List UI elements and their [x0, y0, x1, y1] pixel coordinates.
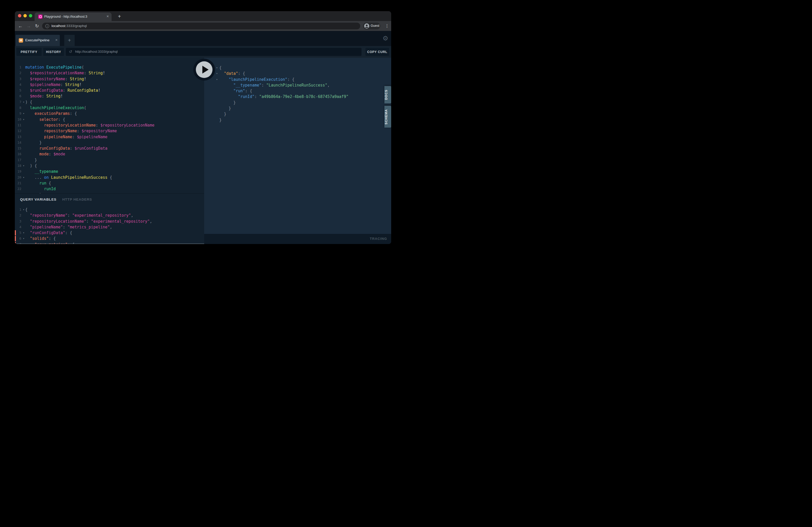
code-line: 1mutation ExecutePipeline(: [15, 64, 204, 70]
query-editor[interactable]: 1mutation ExecutePipeline(2 $repositoryL…: [15, 58, 204, 193]
code-line: }: [204, 100, 391, 106]
fold-arrow-icon[interactable]: ▾: [215, 77, 219, 82]
execute-play-button[interactable]: [196, 61, 213, 78]
reload-icon[interactable]: ↻: [33, 22, 40, 29]
code-text: }: [219, 117, 222, 123]
code-line: 7▾) {: [15, 99, 204, 105]
code-text: "__typename": "LaunchPipelineRunSuccess"…: [219, 82, 330, 88]
code-line: 15 runConfigData: $runConfigData: [15, 146, 204, 151]
address-bar[interactable]: i localhost:3333/graphql: [42, 22, 360, 29]
line-number: 1: [15, 64, 21, 70]
line-number: 10: [15, 117, 21, 122]
playground-new-tab-button[interactable]: +: [64, 35, 75, 46]
line-number: 22: [15, 186, 21, 192]
code-line: ▾{: [204, 65, 391, 71]
code-line: 22 runId: [15, 186, 204, 192]
code-line: 13 pipelineName: $pipelineName: [15, 134, 204, 140]
settings-gear-icon[interactable]: ⚙: [382, 34, 389, 42]
line-number: 7: [15, 99, 21, 105]
code-text: $pipelineName: String!: [25, 82, 82, 88]
new-tab-button[interactable]: +: [116, 13, 123, 20]
traffic-minimize-button[interactable]: [24, 14, 27, 17]
code-text: repositoryName: $repositoryName: [25, 128, 117, 134]
traffic-zoom-button[interactable]: [29, 14, 32, 17]
code-text: ) {: [25, 163, 37, 169]
variables-h-scrollbar[interactable]: [15, 243, 204, 244]
code-line: "run": {: [204, 88, 391, 94]
code-text: $mode: String!: [25, 93, 63, 99]
line-number: 11: [15, 122, 21, 128]
tracing-label[interactable]: TRACING: [370, 237, 387, 241]
line-number: 4: [15, 82, 21, 88]
fold-arrow-icon[interactable]: ▾: [22, 117, 26, 122]
fold-arrow-icon[interactable]: ▾: [22, 207, 26, 213]
code-line: 21 run {: [15, 180, 204, 186]
code-text: {: [219, 65, 222, 71]
variables-editor[interactable]: 1▾{2 "repositoryName": "experimental_rep…: [15, 207, 204, 244]
code-text: executionParams: {: [25, 111, 77, 117]
code-text: pipelineName: $pipelineName: [25, 134, 107, 140]
browser-tab-close-icon[interactable]: ✕: [106, 15, 109, 18]
code-text: "pipelineName": "metrics_pipeline",: [25, 224, 112, 230]
tab-query-variables[interactable]: QUERY VARIABLES: [20, 197, 56, 201]
browser-menu-icon[interactable]: ⋮: [385, 22, 390, 30]
response-pane: ▾{▾ "data": {▾ "launchPipelineExecution"…: [204, 58, 391, 244]
line-number: 2: [15, 70, 21, 76]
endpoint-input[interactable]: ↺ http://localhost:3333/graphql: [66, 48, 362, 56]
tab-schema[interactable]: SCHEMA: [385, 106, 391, 127]
code-line: ▾ "data": {: [204, 71, 391, 76]
traffic-close-button[interactable]: [18, 14, 21, 17]
playground-tab-executepipeline[interactable]: M ExecutePipeline ✕: [16, 35, 60, 46]
code-line: ▾ "launchPipelineExecution": {: [204, 77, 391, 82]
fold-arrow-icon[interactable]: ▾: [22, 111, 26, 117]
fold-arrow-icon[interactable]: ▾: [215, 71, 219, 76]
history-button[interactable]: HISTORY: [43, 48, 64, 56]
code-line: 6 $mode: String!: [15, 93, 204, 99]
forward-icon[interactable]: →: [25, 22, 32, 29]
line-number: 2: [15, 213, 21, 218]
code-line: 10▾ selector: {: [15, 117, 204, 122]
code-line: 9▾ executionParams: {: [15, 111, 204, 117]
code-line: 11 repositoryLocationName: $repositoryLo…: [15, 122, 204, 128]
line-number: 14: [15, 140, 21, 146]
code-line: 16 mode: $mode: [15, 151, 204, 157]
code-line: 1▾{: [15, 207, 204, 213]
line-number: 5: [15, 230, 21, 236]
fold-arrow-icon[interactable]: ▾: [22, 163, 26, 169]
line-number: 16: [15, 151, 21, 157]
playground-tab-close-icon[interactable]: ✕: [55, 38, 58, 42]
line-number: 3: [15, 219, 21, 224]
fold-arrow-icon[interactable]: ▾: [22, 99, 26, 105]
fold-arrow-icon[interactable]: ▾: [22, 236, 26, 241]
site-info-icon[interactable]: i: [45, 24, 49, 28]
code-line: 14 }: [15, 140, 204, 146]
response-viewer: ▾{▾ "data": {▾ "launchPipelineExecution"…: [204, 65, 391, 123]
code-line: 4 "pipelineName": "metrics_pipeline",: [15, 224, 204, 230]
tab-docs[interactable]: DOCS: [385, 86, 391, 103]
code-text: "solids": {: [25, 236, 56, 241]
code-text: run {: [25, 180, 51, 186]
line-number: 15: [15, 146, 21, 151]
mutation-badge: M: [19, 38, 23, 43]
code-line: 4 $pipelineName: String!: [15, 82, 204, 88]
back-icon[interactable]: ←: [17, 22, 24, 29]
fold-arrow-icon[interactable]: ▾: [22, 230, 26, 236]
copy-curl-button[interactable]: COPY CURL: [365, 48, 389, 56]
fold-arrow-icon[interactable]: ▾: [22, 175, 26, 180]
code-line: 5▾ "runConfigData": {: [15, 230, 204, 236]
code-line: 6▾ "solids": {: [15, 236, 204, 241]
line-number: 17: [15, 157, 21, 163]
endpoint-reload-icon[interactable]: ↺: [69, 49, 72, 54]
line-number: 4: [15, 224, 21, 230]
playground-tabbar: M ExecutePipeline ✕ +: [15, 31, 391, 46]
prettify-button[interactable]: PRETTIFY: [16, 48, 42, 56]
profile-button[interactable]: Guest: [363, 22, 380, 29]
code-line: 19 __typename: [15, 169, 204, 175]
browser-toolbar: ← → ↻ i localhost:3333/graphql Guest ⋮: [15, 21, 391, 31]
tab-http-headers[interactable]: HTTP HEADERS: [62, 197, 92, 201]
fold-arrow-icon[interactable]: ▾: [215, 65, 219, 71]
code-text: }: [219, 111, 226, 117]
code-line: 3 $repositoryName: String!: [15, 76, 204, 82]
query-pane: 1mutation ExecutePipeline(2 $repositoryL…: [15, 58, 204, 244]
browser-tab[interactable]: Playground - http://localhost:3 ✕: [34, 13, 112, 21]
